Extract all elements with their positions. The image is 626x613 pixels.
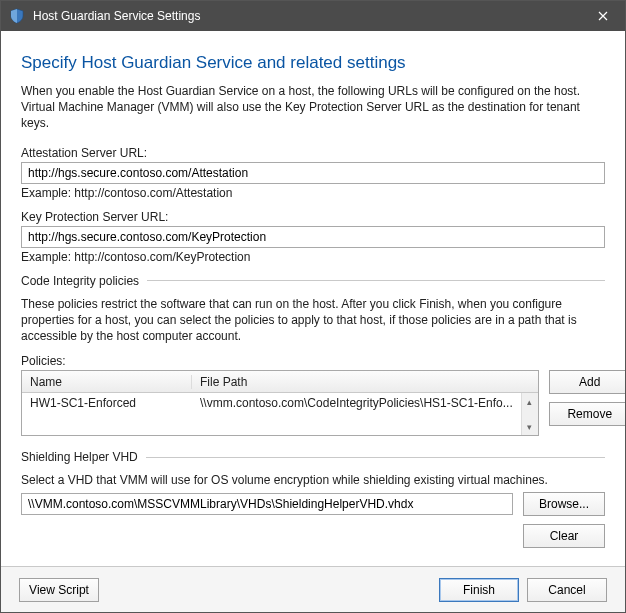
remove-button[interactable]: Remove bbox=[549, 402, 626, 426]
shielding-group: Shielding Helper VHD bbox=[21, 450, 605, 464]
vhd-path-input[interactable] bbox=[21, 493, 513, 515]
page-heading: Specify Host Guardian Service and relate… bbox=[21, 53, 605, 73]
add-button[interactable]: Add bbox=[549, 370, 626, 394]
attestation-label: Attestation Server URL: bbox=[21, 146, 605, 160]
cell-name: HW1-SC1-Enforced bbox=[22, 396, 192, 410]
view-script-button[interactable]: View Script bbox=[19, 578, 99, 602]
shielding-group-label: Shielding Helper VHD bbox=[21, 450, 138, 464]
clear-button[interactable]: Clear bbox=[523, 524, 605, 548]
table-scrollbar[interactable]: ▴ ▾ bbox=[521, 393, 538, 435]
divider bbox=[146, 457, 605, 458]
col-filepath[interactable]: File Path bbox=[192, 375, 538, 389]
cancel-button[interactable]: Cancel bbox=[527, 578, 607, 602]
close-button[interactable] bbox=[581, 1, 625, 31]
code-integrity-group: Code Integrity policies bbox=[21, 274, 605, 288]
keyprotection-example: Example: http://contoso.com/KeyProtectio… bbox=[21, 250, 605, 264]
dialog-footer: View Script Finish Cancel bbox=[1, 566, 625, 612]
divider bbox=[147, 280, 605, 281]
shield-icon bbox=[9, 8, 25, 24]
browse-button[interactable]: Browse... bbox=[523, 492, 605, 516]
scroll-down-icon[interactable]: ▾ bbox=[522, 418, 538, 435]
keyprotection-input[interactable] bbox=[21, 226, 605, 248]
attestation-input[interactable] bbox=[21, 162, 605, 184]
policies-header: Name File Path bbox=[22, 371, 538, 393]
title-bar: Host Guardian Service Settings bbox=[1, 1, 625, 31]
intro-text: When you enable the Host Guardian Servic… bbox=[21, 83, 605, 132]
finish-button[interactable]: Finish bbox=[439, 578, 519, 602]
policies-label: Policies: bbox=[21, 354, 605, 368]
dialog-content: Specify Host Guardian Service and relate… bbox=[1, 31, 625, 548]
cell-path: \\vmm.contoso.com\CodeIntegrityPolicies\… bbox=[192, 396, 521, 410]
policies-table[interactable]: Name File Path HW1-SC1-Enforced \\vmm.co… bbox=[21, 370, 539, 436]
col-name[interactable]: Name bbox=[22, 375, 192, 389]
keyprotection-label: Key Protection Server URL: bbox=[21, 210, 605, 224]
shielding-text: Select a VHD that VMM will use for OS vo… bbox=[21, 472, 605, 488]
scroll-up-icon[interactable]: ▴ bbox=[522, 393, 538, 410]
code-integrity-text: These policies restrict the software tha… bbox=[21, 296, 605, 345]
code-integrity-group-label: Code Integrity policies bbox=[21, 274, 139, 288]
attestation-example: Example: http://contoso.com/Attestation bbox=[21, 186, 605, 200]
window-title: Host Guardian Service Settings bbox=[33, 9, 581, 23]
table-row[interactable]: HW1-SC1-Enforced \\vmm.contoso.com\CodeI… bbox=[22, 393, 538, 413]
